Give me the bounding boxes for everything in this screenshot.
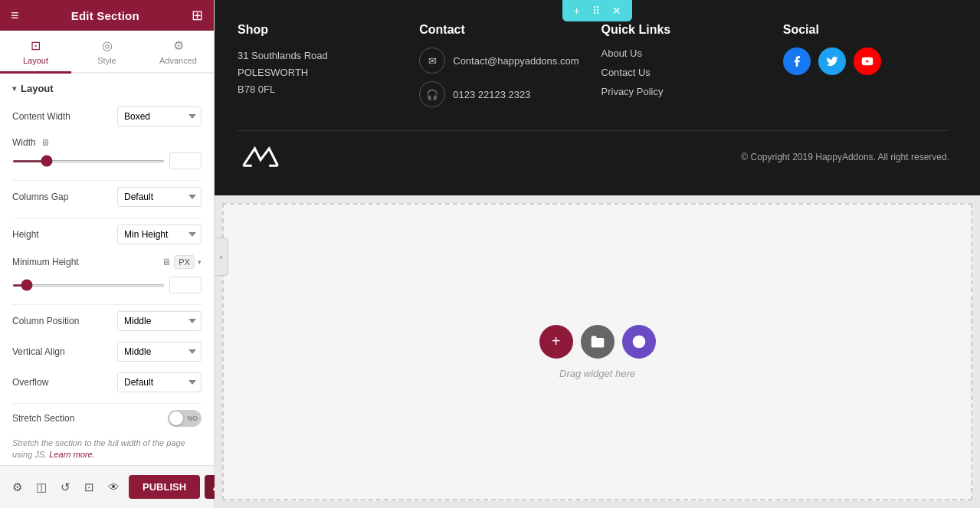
stretch-note-text: Stretch the section to the full width of…	[12, 438, 185, 459]
vertical-align-control: Top Middle Bottom	[65, 342, 202, 362]
divider-2	[12, 218, 202, 218]
preview-icon[interactable]: 👁	[103, 477, 124, 497]
tab-advanced[interactable]: ⚙ Advanced	[143, 31, 214, 74]
min-height-input[interactable]	[169, 277, 202, 293]
width-row-top: Width 🖥	[12, 137, 202, 148]
height-label: Height	[12, 229, 39, 240]
width-input[interactable]	[169, 152, 202, 169]
content-width-row: Content Width Boxed Full Width	[12, 107, 202, 126]
stretch-section-row: Stretch Section NO	[12, 410, 202, 427]
stretch-section-control: NO	[74, 410, 202, 427]
min-height-label-row: Minimum Height 🖥 PX ▾	[12, 255, 202, 269]
vertical-align-label: Vertical Align	[12, 346, 65, 357]
stretch-toggle-track[interactable]: NO	[168, 410, 202, 427]
footer-shop-col: Shop 31 Southlands Road POLESWORTH B78 0…	[238, 23, 404, 115]
learn-more-link[interactable]: Learn more.	[49, 450, 94, 459]
columns-gap-row: Columns Gap Default No Gap Narrow Extend…	[12, 187, 202, 207]
footer-bottom: © Copyright 2019 HappyAddons. All right …	[238, 130, 949, 172]
quick-link-privacy[interactable]: Privacy Policy	[601, 86, 768, 97]
min-height-right: 🖥 PX ▾	[162, 255, 202, 269]
columns-gap-select[interactable]: Default No Gap Narrow Extended Wide Wide…	[117, 187, 202, 207]
add-section-button[interactable]: +	[570, 3, 582, 18]
monitor-icon: 🖥	[41, 137, 50, 148]
column-position-select[interactable]: Top Middle Bottom	[117, 311, 202, 331]
px-badge[interactable]: PX	[174, 255, 195, 269]
contact-heading: Contact	[419, 23, 585, 37]
history-icon[interactable]: ↺	[56, 477, 75, 497]
height-row: Height Default Min Height Full Height	[12, 225, 202, 244]
contact-email-item: ✉ Contact@happyaddons.com	[419, 48, 585, 74]
tab-style-label: Style	[97, 56, 116, 65]
stretch-section-label: Stretch Section	[12, 413, 74, 424]
tab-layout[interactable]: ⊡ Layout	[0, 31, 71, 74]
responsive-icon[interactable]: ⊡	[80, 477, 99, 497]
overflow-label: Overflow	[12, 377, 48, 388]
width-slider-container	[12, 152, 202, 169]
add-saved-template-button[interactable]	[622, 325, 656, 359]
chevron-icon: ▾	[12, 84, 16, 93]
stretch-toggle[interactable]: NO	[168, 410, 202, 427]
footer-logo	[238, 142, 284, 172]
add-section-buttons: +	[539, 325, 656, 359]
settings-icon[interactable]: ⚙	[8, 477, 27, 497]
width-row: Width 🖥	[12, 137, 202, 169]
twitter-icon[interactable]	[818, 48, 846, 75]
overflow-select[interactable]: Default Hidden	[117, 372, 202, 392]
tab-style[interactable]: ◎ Style	[71, 31, 143, 74]
height-select[interactable]: Default Min Height Full Height	[117, 225, 202, 244]
content-width-label: Content Width	[12, 111, 70, 122]
min-height-row: Minimum Height 🖥 PX ▾	[12, 255, 202, 293]
vertical-align-row: Vertical Align Top Middle Bottom	[12, 342, 202, 362]
left-panel: ≡ Edit Section ⊞ ⊡ Layout ◎ Style ⚙ Adva…	[0, 0, 215, 508]
vertical-align-select[interactable]: Top Middle Bottom	[117, 342, 202, 362]
grid-icon[interactable]: ⊞	[192, 7, 203, 24]
panel-header: ≡ Edit Section ⊞	[0, 0, 214, 31]
quick-link-about[interactable]: About Us	[601, 48, 768, 59]
close-section-button[interactable]: ✕	[609, 3, 624, 18]
layout-label-text: Layout	[21, 83, 54, 94]
add-section-area: + Drag widget here	[222, 203, 972, 500]
min-height-slider[interactable]	[12, 284, 165, 287]
section-toolbar: + ⠿ ✕	[562, 0, 631, 21]
columns-gap-control: Default No Gap Narrow Extended Wide Wide…	[68, 187, 202, 207]
width-label: Width	[12, 137, 36, 148]
footer-quick-links-col: Quick Links About Us Contact Us Privacy …	[601, 23, 768, 115]
footer-contact-col: Contact ✉ Contact@happyaddons.com 🎧 0123…	[419, 23, 585, 115]
divider-3	[12, 304, 202, 305]
divider-4	[12, 403, 202, 404]
facebook-icon[interactable]	[783, 48, 811, 75]
min-height-slider-container	[12, 277, 202, 293]
shop-heading: Shop	[238, 23, 404, 37]
quick-link-contact[interactable]: Contact Us	[601, 67, 768, 78]
collapse-panel-button[interactable]: ‹	[215, 238, 228, 276]
stretch-note: Stretch the section to the full width of…	[12, 438, 202, 461]
phone-icon: 🎧	[419, 81, 445, 107]
add-widget-button[interactable]: +	[539, 325, 573, 359]
column-position-control: Top Middle Bottom	[79, 311, 202, 331]
move-section-button[interactable]: ⠿	[589, 3, 603, 18]
contact-phone: 0123 22123 2323	[453, 89, 530, 100]
publish-button[interactable]: PUBLISH	[129, 475, 200, 499]
add-template-folder-button[interactable]	[581, 325, 615, 359]
min-height-monitor-icon: 🖥	[162, 257, 171, 267]
panel-tabs: ⊡ Layout ◎ Style ⚙ Advanced	[0, 31, 214, 74]
content-width-select[interactable]: Boxed Full Width	[117, 107, 202, 126]
layout-tab-icon: ⊡	[31, 38, 41, 53]
contact-phone-item: 🎧 0123 22123 2323	[419, 81, 585, 107]
overflow-row: Overflow Default Hidden	[12, 372, 202, 392]
panel-title: Edit Section	[71, 9, 139, 22]
style-tab-icon: ◎	[102, 38, 113, 53]
panel-content: ▾ Layout Content Width Boxed Full Width …	[0, 74, 214, 465]
youtube-icon[interactable]	[854, 48, 881, 75]
drag-hint: Drag widget here	[559, 368, 635, 379]
layers-icon[interactable]: ◫	[31, 477, 51, 497]
stretch-toggle-label: NO	[188, 415, 198, 422]
menu-icon[interactable]: ≡	[11, 8, 19, 24]
layout-section-label: ▾ Layout	[12, 83, 202, 94]
overflow-control: Default Hidden	[48, 372, 202, 392]
footer-section: Shop 31 Southlands Road POLESWORTH B78 0…	[215, 0, 980, 195]
width-slider[interactable]	[12, 160, 165, 162]
contact-email: Contact@happyaddons.com	[453, 55, 578, 67]
email-icon: ✉	[419, 48, 445, 74]
svg-point-2	[632, 335, 645, 348]
